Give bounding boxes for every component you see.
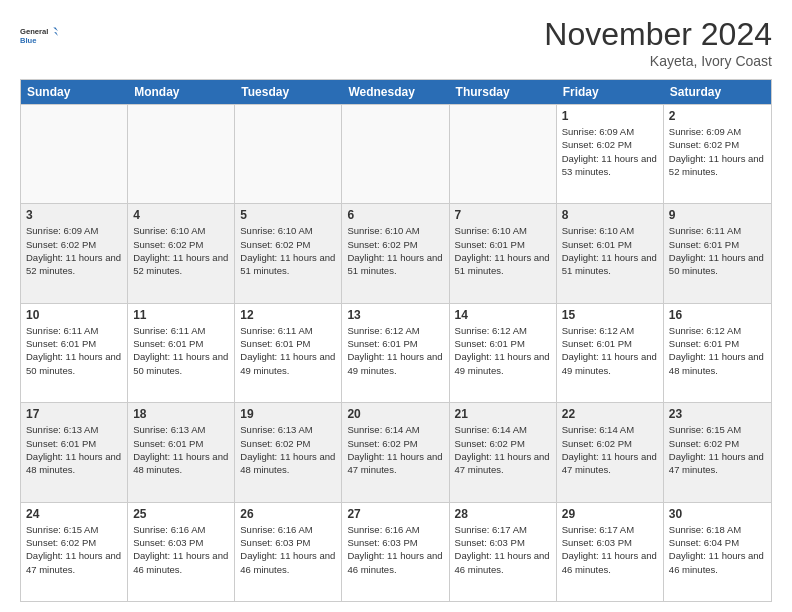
day-number-4: 4 (133, 208, 229, 222)
day-cell-6: 6Sunrise: 6:10 AM Sunset: 6:02 PM Daylig… (342, 204, 449, 302)
logo: General Blue (20, 16, 58, 54)
day-number-3: 3 (26, 208, 122, 222)
header-day-2: Tuesday (235, 80, 342, 104)
svg-text:General: General (20, 27, 48, 36)
empty-cell-0-2 (235, 105, 342, 203)
day-number-17: 17 (26, 407, 122, 421)
day-info-28: Sunrise: 6:17 AM Sunset: 6:03 PM Dayligh… (455, 523, 551, 576)
empty-cell-0-4 (450, 105, 557, 203)
day-info-8: Sunrise: 6:10 AM Sunset: 6:01 PM Dayligh… (562, 224, 658, 277)
day-info-4: Sunrise: 6:10 AM Sunset: 6:02 PM Dayligh… (133, 224, 229, 277)
day-number-12: 12 (240, 308, 336, 322)
day-number-8: 8 (562, 208, 658, 222)
day-number-30: 30 (669, 507, 766, 521)
week-row-2: 10Sunrise: 6:11 AM Sunset: 6:01 PM Dayli… (21, 303, 771, 402)
day-number-13: 13 (347, 308, 443, 322)
day-cell-15: 15Sunrise: 6:12 AM Sunset: 6:01 PM Dayli… (557, 304, 664, 402)
day-number-24: 24 (26, 507, 122, 521)
day-number-10: 10 (26, 308, 122, 322)
header-day-3: Wednesday (342, 80, 449, 104)
day-number-7: 7 (455, 208, 551, 222)
day-cell-30: 30Sunrise: 6:18 AM Sunset: 6:04 PM Dayli… (664, 503, 771, 601)
day-info-6: Sunrise: 6:10 AM Sunset: 6:02 PM Dayligh… (347, 224, 443, 277)
day-number-18: 18 (133, 407, 229, 421)
week-row-4: 24Sunrise: 6:15 AM Sunset: 6:02 PM Dayli… (21, 502, 771, 601)
page: General Blue November 2024 Kayeta, Ivory… (0, 0, 792, 612)
title-block: November 2024 Kayeta, Ivory Coast (544, 16, 772, 69)
day-cell-23: 23Sunrise: 6:15 AM Sunset: 6:02 PM Dayli… (664, 403, 771, 501)
header-day-6: Saturday (664, 80, 771, 104)
day-cell-3: 3Sunrise: 6:09 AM Sunset: 6:02 PM Daylig… (21, 204, 128, 302)
day-info-7: Sunrise: 6:10 AM Sunset: 6:01 PM Dayligh… (455, 224, 551, 277)
day-info-23: Sunrise: 6:15 AM Sunset: 6:02 PM Dayligh… (669, 423, 766, 476)
day-info-21: Sunrise: 6:14 AM Sunset: 6:02 PM Dayligh… (455, 423, 551, 476)
day-info-9: Sunrise: 6:11 AM Sunset: 6:01 PM Dayligh… (669, 224, 766, 277)
day-number-5: 5 (240, 208, 336, 222)
header-day-0: Sunday (21, 80, 128, 104)
day-number-9: 9 (669, 208, 766, 222)
day-info-10: Sunrise: 6:11 AM Sunset: 6:01 PM Dayligh… (26, 324, 122, 377)
calendar-body: 1Sunrise: 6:09 AM Sunset: 6:02 PM Daylig… (21, 104, 771, 601)
day-number-6: 6 (347, 208, 443, 222)
calendar: SundayMondayTuesdayWednesdayThursdayFrid… (20, 79, 772, 602)
day-cell-24: 24Sunrise: 6:15 AM Sunset: 6:02 PM Dayli… (21, 503, 128, 601)
day-number-25: 25 (133, 507, 229, 521)
day-cell-28: 28Sunrise: 6:17 AM Sunset: 6:03 PM Dayli… (450, 503, 557, 601)
day-number-11: 11 (133, 308, 229, 322)
header-day-4: Thursday (450, 80, 557, 104)
day-number-28: 28 (455, 507, 551, 521)
week-row-3: 17Sunrise: 6:13 AM Sunset: 6:01 PM Dayli… (21, 402, 771, 501)
day-info-11: Sunrise: 6:11 AM Sunset: 6:01 PM Dayligh… (133, 324, 229, 377)
day-cell-16: 16Sunrise: 6:12 AM Sunset: 6:01 PM Dayli… (664, 304, 771, 402)
day-number-21: 21 (455, 407, 551, 421)
day-number-26: 26 (240, 507, 336, 521)
day-info-13: Sunrise: 6:12 AM Sunset: 6:01 PM Dayligh… (347, 324, 443, 377)
day-number-23: 23 (669, 407, 766, 421)
svg-marker-2 (53, 27, 58, 31)
day-cell-26: 26Sunrise: 6:16 AM Sunset: 6:03 PM Dayli… (235, 503, 342, 601)
day-info-16: Sunrise: 6:12 AM Sunset: 6:01 PM Dayligh… (669, 324, 766, 377)
location: Kayeta, Ivory Coast (544, 53, 772, 69)
svg-text:Blue: Blue (20, 36, 36, 45)
day-info-18: Sunrise: 6:13 AM Sunset: 6:01 PM Dayligh… (133, 423, 229, 476)
day-cell-7: 7Sunrise: 6:10 AM Sunset: 6:01 PM Daylig… (450, 204, 557, 302)
day-info-2: Sunrise: 6:09 AM Sunset: 6:02 PM Dayligh… (669, 125, 766, 178)
week-row-1: 3Sunrise: 6:09 AM Sunset: 6:02 PM Daylig… (21, 203, 771, 302)
day-number-27: 27 (347, 507, 443, 521)
day-info-5: Sunrise: 6:10 AM Sunset: 6:02 PM Dayligh… (240, 224, 336, 277)
day-number-2: 2 (669, 109, 766, 123)
day-cell-11: 11Sunrise: 6:11 AM Sunset: 6:01 PM Dayli… (128, 304, 235, 402)
day-info-14: Sunrise: 6:12 AM Sunset: 6:01 PM Dayligh… (455, 324, 551, 377)
day-info-19: Sunrise: 6:13 AM Sunset: 6:02 PM Dayligh… (240, 423, 336, 476)
day-cell-1: 1Sunrise: 6:09 AM Sunset: 6:02 PM Daylig… (557, 105, 664, 203)
day-info-15: Sunrise: 6:12 AM Sunset: 6:01 PM Dayligh… (562, 324, 658, 377)
day-cell-13: 13Sunrise: 6:12 AM Sunset: 6:01 PM Dayli… (342, 304, 449, 402)
day-info-29: Sunrise: 6:17 AM Sunset: 6:03 PM Dayligh… (562, 523, 658, 576)
day-cell-8: 8Sunrise: 6:10 AM Sunset: 6:01 PM Daylig… (557, 204, 664, 302)
day-info-1: Sunrise: 6:09 AM Sunset: 6:02 PM Dayligh… (562, 125, 658, 178)
day-cell-29: 29Sunrise: 6:17 AM Sunset: 6:03 PM Dayli… (557, 503, 664, 601)
day-number-1: 1 (562, 109, 658, 123)
header-day-1: Monday (128, 80, 235, 104)
day-cell-19: 19Sunrise: 6:13 AM Sunset: 6:02 PM Dayli… (235, 403, 342, 501)
svg-marker-3 (54, 32, 58, 36)
day-number-14: 14 (455, 308, 551, 322)
empty-cell-0-3 (342, 105, 449, 203)
week-row-0: 1Sunrise: 6:09 AM Sunset: 6:02 PM Daylig… (21, 104, 771, 203)
day-cell-12: 12Sunrise: 6:11 AM Sunset: 6:01 PM Dayli… (235, 304, 342, 402)
day-number-22: 22 (562, 407, 658, 421)
day-cell-20: 20Sunrise: 6:14 AM Sunset: 6:02 PM Dayli… (342, 403, 449, 501)
calendar-header: SundayMondayTuesdayWednesdayThursdayFrid… (21, 80, 771, 104)
day-number-15: 15 (562, 308, 658, 322)
day-info-22: Sunrise: 6:14 AM Sunset: 6:02 PM Dayligh… (562, 423, 658, 476)
day-info-26: Sunrise: 6:16 AM Sunset: 6:03 PM Dayligh… (240, 523, 336, 576)
day-info-12: Sunrise: 6:11 AM Sunset: 6:01 PM Dayligh… (240, 324, 336, 377)
day-cell-25: 25Sunrise: 6:16 AM Sunset: 6:03 PM Dayli… (128, 503, 235, 601)
day-cell-10: 10Sunrise: 6:11 AM Sunset: 6:01 PM Dayli… (21, 304, 128, 402)
day-cell-18: 18Sunrise: 6:13 AM Sunset: 6:01 PM Dayli… (128, 403, 235, 501)
day-info-30: Sunrise: 6:18 AM Sunset: 6:04 PM Dayligh… (669, 523, 766, 576)
day-info-3: Sunrise: 6:09 AM Sunset: 6:02 PM Dayligh… (26, 224, 122, 277)
month-title: November 2024 (544, 16, 772, 53)
empty-cell-0-0 (21, 105, 128, 203)
day-cell-21: 21Sunrise: 6:14 AM Sunset: 6:02 PM Dayli… (450, 403, 557, 501)
